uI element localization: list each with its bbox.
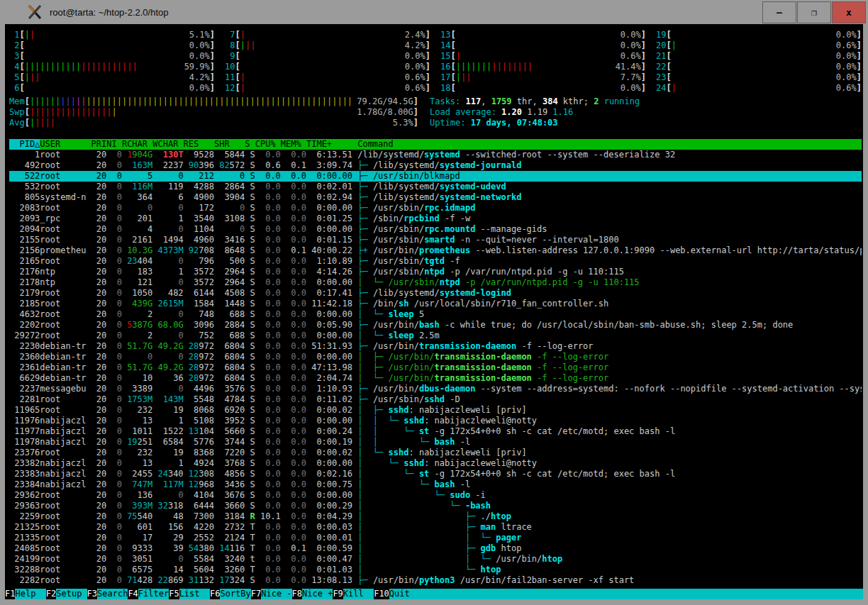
process-row-pid-1[interactable]: 1root2001904G130T95285844S0.00.06:13.51/… — [9, 150, 862, 160]
process-row-pid-4632[interactable]: 4632root20020748688S0.00.00:00.00│ └─ sl… — [9, 309, 862, 320]
column-header-ni[interactable]: NI — [106, 139, 122, 150]
fkey-f2-label[interactable]: Setup — [56, 589, 87, 599]
process-command: ├─ /usr/bin/bash -c while true; do /usr/… — [352, 320, 862, 331]
column-header-time[interactable]: TIME+ — [306, 139, 352, 150]
process-row-pid-11976[interactable]: 11976nabijaczl20013151083952S0.00.00:00.… — [9, 416, 862, 426]
process-row-pid-11977[interactable]: 11977nabijaczl20010111522131045660S0.00.… — [9, 426, 862, 437]
fkey-f1-key[interactable]: F1 — [5, 589, 15, 599]
process-command: ├─ /usr/sbin/smartd -n --quit=never --in… — [352, 235, 862, 245]
column-header-shr[interactable]: SHR — [214, 139, 245, 150]
column-header-pri[interactable]: PRI — [91, 139, 107, 150]
process-table: 1root2001904G130T95285844S0.00.06:13.51/… — [9, 150, 862, 586]
process-row-pid-2281[interactable]: 2281root2001753M143M55484784S0.00.00:11.… — [9, 394, 862, 405]
cpu-meter-7: 7[|2.4%] — [225, 30, 430, 40]
process-command: ├─ /usr/bin/dbus-daemon --system --addre… — [352, 384, 862, 394]
process-row-pid-2360[interactable]: 2360debian-tr20000289726804S0.00.00:00.0… — [9, 352, 862, 362]
process-command: ├─ /usr/bin/python3 /usr/bin/fail2ban-se… — [352, 575, 862, 586]
process-command: │ │ └─ sshd: nabijaczleweli@notty — [352, 416, 862, 426]
process-row-pid-29363[interactable]: 29363root200393M3231864443660S0.00.00:00… — [9, 501, 862, 511]
fkey-f8-label[interactable]: Nice + — [302, 589, 333, 599]
process-row-pid-29272[interactable]: 29272root20020752688S0.00.00:00.00│ └─ s… — [9, 331, 862, 341]
cpu-meter-16: 16[|||||||||||||||41.4%] — [440, 62, 646, 72]
process-row-pid-11978[interactable]: 11978nabijaczl20019251658457763744S0.00.… — [9, 437, 862, 448]
process-row-pid-2282[interactable]: 2282root20071428228693113217324S0.00.013… — [9, 575, 862, 586]
process-row-pid-2361[interactable]: 2361debian-tr20051.7G49.2G289726804S0.00… — [9, 362, 862, 373]
column-header-user[interactable]: USER — [40, 139, 91, 150]
cpu-meter-12: 12[|0.6%] — [225, 83, 430, 94]
process-row-pid-2155[interactable]: 2155root2002161149449603416S0.00.00:01.1… — [9, 235, 862, 245]
process-row-pid-2093[interactable]: 2093_rpc200201135403108S0.00.00:01.25├─ … — [9, 213, 862, 224]
process-row-pid-2259[interactable]: 2259root200755404873003184R10.10.00:04.2… — [9, 511, 862, 522]
minimize-button[interactable]: – — [762, 1, 796, 23]
column-header-wchar[interactable]: WCHAR — [152, 139, 183, 150]
process-command: │ └─ htop — [352, 565, 862, 575]
process-row-pid-2165[interactable]: 2165root200234040796500S0.00.01:10.89├─ … — [9, 256, 862, 267]
process-row-pid-522[interactable]: 522root200502120S0.00.00:00.00├─ /usr/sb… — [9, 171, 862, 182]
process-row-pid-32288[interactable]: 32288root20065751456043260T0.00.00:01.03… — [9, 565, 862, 575]
process-row-pid-492[interactable]: 492root200163M22379039682572S0.60.13:09.… — [9, 160, 862, 171]
process-row-pid-2156[interactable]: 2156prometheu20010.3G4373M927088648S0.00… — [9, 245, 862, 256]
fkey-f5-key[interactable]: F5 — [169, 589, 179, 599]
process-row-pid-805[interactable]: 805systemd-n200364649003904S0.00.00:02.9… — [9, 192, 862, 203]
process-row-pid-2083[interactable]: 2083root200001720S0.00.00:00.00├─ /usr/s… — [9, 203, 862, 213]
process-row-pid-21335[interactable]: 21335root200172925522124T0.00.00:00.01│ … — [9, 533, 862, 543]
process-row-pid-6629[interactable]: 6629debian-tr2001036289726804S0.00.02:04… — [9, 373, 862, 384]
fkey-f4-label[interactable]: Filter — [138, 589, 169, 599]
process-row-pid-23382[interactable]: 23382nabijaczl20013149243768S0.00.00:00.… — [9, 458, 862, 469]
fkey-f8-key[interactable]: F8 — [292, 589, 302, 599]
close-button[interactable]: x — [832, 1, 866, 23]
cpu-meter-5: 5[|||4.2%] — [9, 72, 215, 83]
fkey-f2-key[interactable]: F2 — [46, 589, 56, 599]
process-row-pid-2185[interactable]: 2185root200439G2615M15841448S0.00.011:42… — [9, 299, 862, 309]
process-row-pid-2237[interactable]: 2237messagebu2003389044963576S0.00.01:10… — [9, 384, 862, 394]
window-title: root@tarta: ~/htop-2.2.0/htop — [50, 7, 169, 18]
process-table-header[interactable]: PID△USERPRINIRCHARWCHARRESSHRSCPU%MEM%TI… — [9, 139, 862, 150]
process-row-pid-24199[interactable]: 24199root2003051055843240t0.00.00:00.47│… — [9, 554, 862, 565]
fkey-f10-key[interactable]: F10 — [374, 589, 389, 599]
fkey-f7-key[interactable]: F7 — [251, 589, 261, 599]
cpu-meter-6: 6[0.0%] — [9, 83, 215, 94]
process-row-pid-21325[interactable]: 21325root20060115642202732T0.00.00:00.03… — [9, 522, 862, 533]
process-row-pid-11965[interactable]: 11965root2002321980686920S0.00.00:00.02│… — [9, 405, 862, 416]
process-row-pid-2179[interactable]: 2179root200105048261444508S0.00.00:17.41… — [9, 288, 862, 299]
process-row-pid-23383[interactable]: 23383nabijaczl200245524340123084856S0.00… — [9, 469, 862, 479]
fkey-f3-key[interactable]: F3 — [87, 589, 97, 599]
process-row-pid-23384[interactable]: 23384nabijaczl200747M117M129683436S0.00.… — [9, 479, 862, 490]
column-header-pid[interactable]: PID△ — [9, 139, 40, 150]
column-header-cpu[interactable]: CPU% — [255, 139, 281, 150]
process-command: /lib/systemd/systemd --switched-root --s… — [352, 150, 862, 160]
terminal-content[interactable]: 1[||5.1%]7[|2.4%]13[0.0%]19[0.0%]2[0.0%]… — [5, 24, 863, 599]
column-header-rchar[interactable]: RCHAR — [122, 139, 152, 150]
cpu-meter-4: 4[||||||||||||||||||||||59.9%] — [9, 62, 215, 72]
memory-meters: Mem[||||||||||||||||||||||||||||||||||||… — [9, 96, 418, 128]
process-row-pid-29362[interactable]: 29362root200136041043676S0.00.00:00.00│ … — [9, 490, 862, 501]
fkey-f6-key[interactable]: F6 — [210, 589, 220, 599]
system-stats: Tasks: 117, 1759 thr, 384 kthr; 2 runnin… — [418, 96, 862, 128]
process-row-pid-23376[interactable]: 23376root2002321983687220S0.00.00:00.02│… — [9, 448, 862, 458]
process-row-pid-2094[interactable]: 2094root2004011040S0.00.00:00.00├─ /usr/… — [9, 224, 862, 235]
column-header-state[interactable]: S — [245, 139, 255, 150]
fkey-f1-label[interactable]: Help — [15, 589, 45, 599]
fkey-f9-label[interactable]: Kill — [343, 589, 374, 599]
process-command: │ │ └─ pager — [352, 533, 862, 543]
process-row-pid-2230[interactable]: 2230debian-tr20051.7G49.2G289726804S0.00… — [9, 341, 862, 352]
fkey-f9-key[interactable]: F9 — [333, 589, 343, 599]
fkey-f4-key[interactable]: F4 — [128, 589, 138, 599]
fkey-f3-label[interactable]: Search — [97, 589, 128, 599]
window-titlebar[interactable]: root@tarta: ~/htop-2.2.0/htop – ❐ x — [0, 0, 868, 24]
process-row-pid-2202[interactable]: 2202root2005387G68.0G30962884S0.00.00:05… — [9, 320, 862, 331]
column-header-mem[interactable]: MEM% — [281, 139, 306, 150]
process-row-pid-2178[interactable]: 2178ntp200121035722964S0.00.00:00.00│ └─… — [9, 277, 862, 288]
process-command: ├─ /lib/systemd/systemd-logind — [352, 288, 862, 299]
fkey-f5-label[interactable]: List — [179, 589, 210, 599]
process-command: ├+ /usr/bin/prometheus --web.listen-addr… — [352, 245, 862, 256]
fkey-f10-label[interactable]: Quit — [389, 589, 863, 599]
maximize-button[interactable]: ❐ — [797, 1, 831, 23]
process-row-pid-532[interactable]: 532root200116M11942882864S0.00.00:02.01├… — [9, 182, 862, 192]
column-header-command[interactable]: Command — [352, 139, 394, 150]
column-header-res[interactable]: RES — [184, 139, 214, 150]
fkey-f7-label[interactable]: Nice - — [261, 589, 291, 599]
process-row-pid-24085[interactable]: 24085root2009333395438014116T0.00.10:00.… — [9, 543, 862, 554]
fkey-f6-label[interactable]: SortBy — [220, 589, 250, 599]
process-row-pid-2176[interactable]: 2176ntp200183135722964S0.00.04:14.26├─ /… — [9, 267, 862, 277]
